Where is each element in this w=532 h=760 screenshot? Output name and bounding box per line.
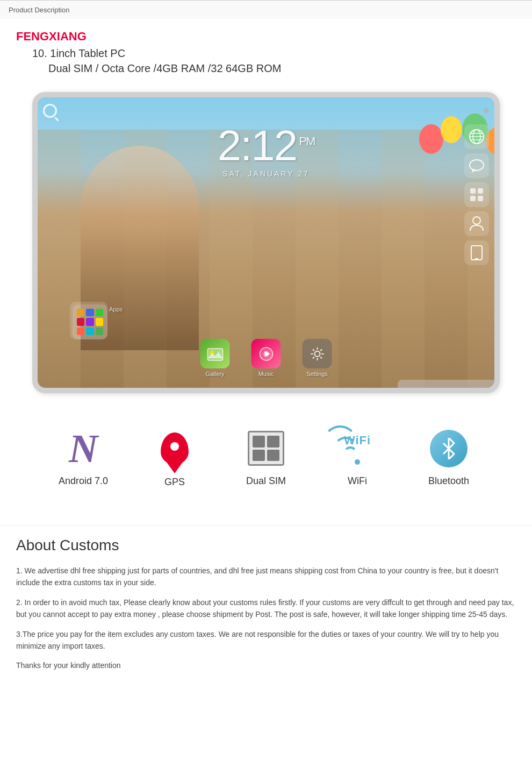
gps-label: GPS — [164, 477, 185, 488]
tablet-screen: 2:12PM SAT, JANUARY 27 — [38, 97, 494, 388]
svg-rect-8 — [478, 188, 483, 194]
settings-label: Settings — [306, 371, 328, 377]
about-customs-title: About Customs — [16, 537, 516, 554]
sim-icon-wrapper — [245, 427, 287, 470]
gallery-icon-tablet — [200, 339, 230, 368]
section-header: Product Description — [0, 0, 532, 19]
person-icon-tablet — [464, 211, 489, 236]
clock-time: 2:12PM — [218, 124, 315, 167]
tablet-frame: 2:12PM SAT, JANUARY 27 — [32, 92, 500, 393]
brand-name: FENGXIANG — [16, 30, 516, 44]
music-label: Music — [258, 371, 274, 377]
section-header-label: Product Description — [9, 6, 69, 14]
dock-music: Music — [251, 339, 281, 377]
product-title-line1: 10. 1inch Tablet PC — [32, 46, 516, 61]
feature-gps: GPS — [142, 425, 207, 488]
message-icon-tablet — [464, 153, 489, 178]
features-row: N Android 7.0 GPS — [16, 409, 516, 504]
dualsim-label: Dual SIM — [246, 475, 286, 487]
clock-display: 2:12PM SAT, JANUARY 27 — [218, 124, 315, 178]
svg-rect-13 — [207, 349, 222, 360]
svg-point-19 — [314, 351, 320, 357]
customs-thanks: Thanks for your kindly attention — [16, 659, 516, 671]
feature-bluetooth: Bluetooth — [416, 427, 481, 487]
product-title-line2: Dual SIM / Octa Core /4GB RAM /32 64GB R… — [48, 61, 516, 76]
customs-paragraph-2: 2. In order to in avoid much tax, Please… — [16, 596, 516, 621]
main-content: FENGXIANG 10. 1inch Tablet PC Dual SIM /… — [0, 19, 532, 520]
tablet-dock: Gallery Music — [200, 339, 332, 377]
status-dot — [484, 108, 489, 113]
gps-icon-wrapper — [153, 425, 196, 471]
android-icon-wrapper: N — [62, 427, 105, 470]
apps-dock-icon: Apps — [70, 302, 107, 339]
svg-rect-7 — [470, 188, 476, 194]
wifi-label: WiFi — [348, 475, 367, 487]
phone-icon-tablet — [464, 240, 489, 265]
dock-settings: Settings — [303, 339, 332, 377]
svg-rect-10 — [478, 196, 483, 201]
tablet-statusbar — [43, 103, 489, 119]
feature-dualsim: Dual SIM — [234, 427, 298, 487]
customs-paragraph-1: 1. We advertise dhl free shipping just f… — [16, 565, 516, 589]
settings-icon-tablet — [303, 339, 332, 368]
tablet-image-container: 2:12PM SAT, JANUARY 27 — [16, 92, 516, 393]
feature-wifi: WiFi WiFi — [325, 427, 390, 487]
feature-android: N Android 7.0 — [51, 427, 116, 487]
wifi-icon-wrapper: WiFi — [336, 427, 379, 470]
customs-paragraph-3: 3.The price you pay for the item exclude… — [16, 628, 516, 652]
svg-rect-9 — [470, 196, 476, 201]
android-n-icon: N — [69, 425, 98, 472]
tablet-bottom-decoration — [398, 380, 494, 388]
grid-icon-tablet — [464, 182, 489, 207]
clock-date: SAT, JANUARY 27 — [218, 169, 315, 178]
music-icon-tablet — [251, 339, 281, 368]
about-customs-section: About Customs 1. We advertise dhl free s… — [0, 525, 532, 690]
bluetooth-label: Bluetooth — [428, 475, 469, 487]
bluetooth-icon — [430, 430, 468, 467]
gallery-label: Gallery — [206, 371, 225, 377]
bluetooth-icon-wrapper — [427, 427, 470, 470]
page-wrapper: Product Description FENGXIANG 10. 1inch … — [0, 0, 532, 690]
android-label: Android 7.0 — [59, 475, 108, 487]
browser-icon-tablet — [464, 124, 489, 149]
dock-gallery: Gallery — [200, 339, 230, 377]
svg-point-11 — [473, 217, 480, 224]
tablet-right-panel — [464, 124, 489, 265]
search-icon-tablet — [43, 104, 57, 118]
svg-point-5 — [470, 160, 484, 171]
